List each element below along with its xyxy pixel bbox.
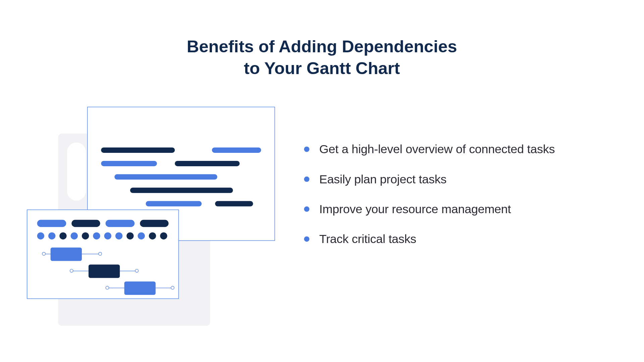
title-line-2: to Your Gantt Chart: [0, 58, 644, 80]
list-item: Easily plan project tasks: [304, 172, 555, 186]
gantt-row: [37, 264, 169, 278]
legend-dot: [37, 232, 44, 239]
benefit-text: Easily plan project tasks: [319, 172, 446, 186]
task-bar: [130, 188, 233, 193]
bg-pill: [67, 142, 86, 200]
bullet-icon: [304, 177, 309, 182]
legend-dot: [48, 232, 55, 239]
title-line-1: Benefits of Adding Dependencies: [0, 36, 644, 58]
bullet-icon: [304, 206, 309, 212]
benefits-list: Get a high-level overview of connected t…: [286, 102, 555, 262]
legend-pill: [71, 220, 100, 227]
bottom-chart-card: [27, 209, 179, 299]
legend-dot: [115, 232, 122, 239]
legend-dot: [126, 232, 133, 239]
legend-pill: [140, 220, 169, 227]
task-bar: [212, 147, 261, 161]
gantt-row: [37, 281, 169, 295]
legend-dots: [37, 232, 169, 239]
list-item: Improve your resource management: [304, 202, 555, 216]
benefit-text: Track critical tasks: [319, 232, 416, 246]
task-bar: [215, 201, 253, 215]
gantt-bar: [51, 247, 82, 261]
legend-dot: [149, 232, 156, 239]
gantt-row: [37, 247, 169, 261]
task-bar: [101, 161, 157, 166]
legend-dot: [160, 232, 167, 239]
gantt-illustration: [0, 102, 286, 326]
gantt-bar: [89, 264, 120, 278]
legend-dot: [82, 232, 89, 239]
bullet-icon: [304, 237, 309, 242]
legend-dot: [104, 232, 111, 239]
benefit-text: Get a high-level overview of connected t…: [319, 142, 555, 156]
task-bar: [101, 147, 175, 153]
legend-pill: [106, 220, 135, 227]
task-bar: [146, 201, 202, 206]
legend-dot: [138, 232, 145, 239]
page-title: Benefits of Adding Dependencies to Your …: [0, 0, 644, 80]
legend-dot: [59, 232, 66, 239]
legend-pills: [37, 220, 169, 227]
task-bar: [114, 174, 217, 180]
content-area: Get a high-level overview of connected t…: [0, 102, 644, 326]
gantt-bar: [124, 281, 156, 295]
legend-dot: [93, 232, 100, 239]
legend-dot: [71, 232, 78, 239]
list-item: Get a high-level overview of connected t…: [304, 142, 555, 156]
list-item: Track critical tasks: [304, 232, 555, 246]
legend-pill: [37, 220, 66, 227]
task-bar: [175, 161, 239, 174]
benefit-text: Improve your resource management: [319, 202, 511, 216]
bullet-icon: [304, 147, 309, 152]
